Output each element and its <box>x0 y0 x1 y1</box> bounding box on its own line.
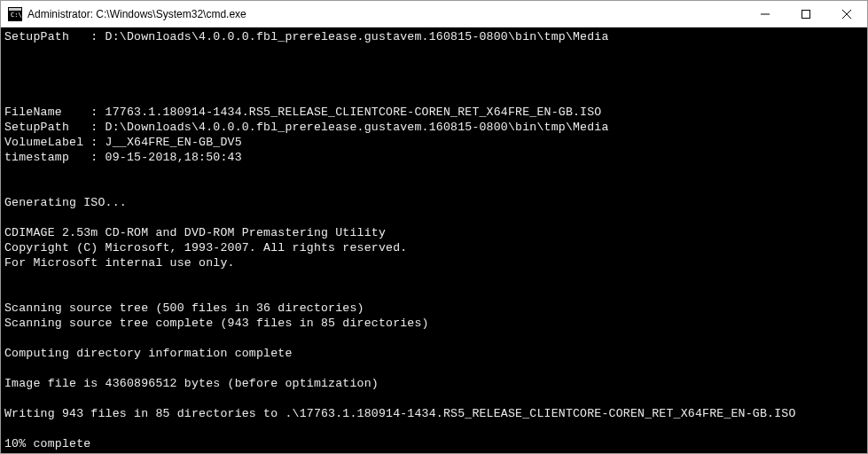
output-line: SetupPath : D:\Downloads\4.0.0.0.fbl_pre… <box>4 30 609 43</box>
output-line: SetupPath : D:\Downloads\4.0.0.0.fbl_pre… <box>4 121 609 134</box>
minimize-button[interactable] <box>745 1 786 27</box>
output-line: timestamp : 09-15-2018,18:50:43 <box>4 151 242 164</box>
close-button[interactable] <box>826 1 867 27</box>
cmd-icon: C:\ <box>8 7 22 21</box>
svg-rect-4 <box>802 10 810 18</box>
output-line: Computing directory information complete <box>4 347 293 360</box>
output-line: Scanning source tree complete (943 files… <box>4 317 429 330</box>
svg-text:C:\: C:\ <box>11 12 22 19</box>
titlebar: C:\ Administrator: C:\Windows\System32\c… <box>1 1 867 27</box>
maximize-button[interactable] <box>786 1 826 27</box>
output-line: VolumeLabel : J__X64FRE_EN-GB_DV5 <box>4 136 242 149</box>
output-line: Scanning source tree (500 files in 36 di… <box>4 301 364 315</box>
window-controls <box>745 1 867 27</box>
output-line: Generating ISO... <box>4 196 127 209</box>
output-line: Writing 943 files in 85 directories to .… <box>4 407 796 420</box>
terminal-output[interactable]: SetupPath : D:\Downloads\4.0.0.0.fbl_pre… <box>1 27 867 453</box>
output-line: FileName : 17763.1.180914-1434.RS5_RELEA… <box>4 106 601 119</box>
output-line: Copyright (C) Microsoft, 1993-2007. All … <box>4 241 407 254</box>
output-line: 10% complete <box>4 437 90 450</box>
output-line: Image file is 4360896512 bytes (before o… <box>4 377 379 390</box>
output-line: CDIMAGE 2.53m CD-ROM and DVD-ROM Premast… <box>4 226 386 239</box>
output-line: For Microsoft internal use only. <box>4 256 235 270</box>
svg-rect-1 <box>9 8 21 11</box>
window-title: Administrator: C:\Windows\System32\cmd.e… <box>27 8 745 20</box>
